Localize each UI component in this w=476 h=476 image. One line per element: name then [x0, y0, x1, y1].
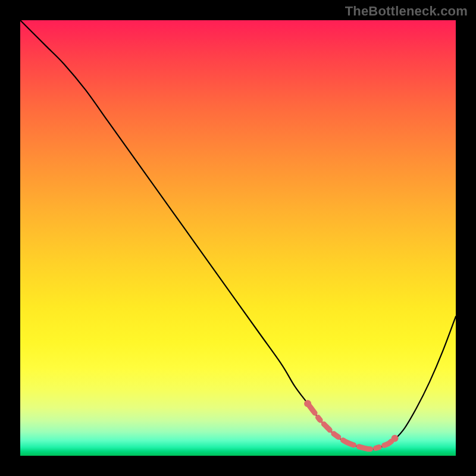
- optimal-zone-left-cap: [304, 400, 311, 407]
- curve-line: [20, 20, 456, 449]
- watermark-text: TheBottleneck.com: [345, 4, 468, 19]
- chart-frame: TheBottleneck.com: [0, 0, 476, 476]
- optimal-zone-right-cap: [392, 435, 399, 442]
- plot-area: [20, 20, 456, 456]
- bottleneck-curve: [20, 20, 456, 456]
- optimal-zone-dash: [308, 403, 394, 449]
